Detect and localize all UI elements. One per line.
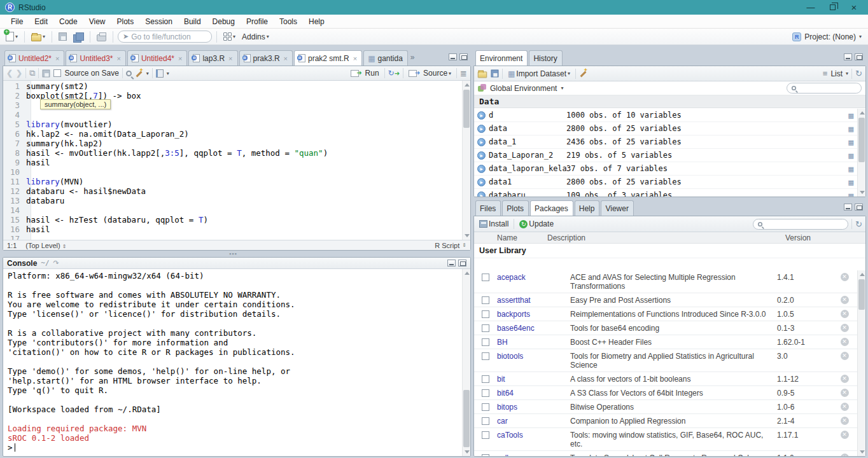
tab-close-icon[interactable]: × <box>117 55 121 62</box>
document-outline-icon[interactable]: ≣ <box>460 69 467 78</box>
save-source-icon[interactable] <box>43 69 50 77</box>
environment-scrollbar[interactable] <box>857 109 865 197</box>
save-workspace-icon[interactable] <box>491 70 499 78</box>
view-data-grid-icon[interactable]: ▦ <box>848 164 853 174</box>
view-data-grid-icon[interactable]: ▦ <box>848 191 853 197</box>
console-output[interactable]: Platform: x86_64-w64-mingw32/x64 (64-bit… <box>3 269 470 456</box>
project-selector[interactable]: R Project: (None) ▾ <box>792 32 864 41</box>
remove-package-icon[interactable]: ✕ <box>841 375 849 383</box>
remove-package-icon[interactable]: ✕ <box>841 352 849 360</box>
package-name-link[interactable]: bit64 <box>497 389 570 398</box>
column-description[interactable]: Description <box>547 233 785 242</box>
rerun-icon[interactable]: ↻ <box>388 69 400 78</box>
code-editor[interactable]: 1summary(smt2)2boxplot(smt2[,7]) -> box3… <box>3 81 470 240</box>
package-name-link[interactable]: assertthat <box>497 296 570 305</box>
console-prompt[interactable]: > <box>8 443 470 452</box>
tab-help[interactable]: Help <box>575 200 600 216</box>
column-name[interactable]: Name <box>474 233 547 242</box>
menu-view[interactable]: View <box>83 15 111 28</box>
remove-package-icon[interactable]: ✕ <box>841 324 849 332</box>
expand-object-icon[interactable]: ▶ <box>477 151 486 160</box>
console-minimize-button[interactable] <box>447 260 456 267</box>
source-on-save-checkbox[interactable] <box>53 69 61 77</box>
console-maximize-button[interactable] <box>458 260 466 267</box>
load-workspace-icon[interactable] <box>478 71 487 78</box>
global-environment-selector[interactable]: Global Environment <box>490 84 557 93</box>
back-button[interactable]: ❮ <box>6 69 13 78</box>
remove-package-icon[interactable]: ✕ <box>841 417 849 425</box>
close-button[interactable]: × <box>849 3 859 12</box>
environment-maximize-button[interactable] <box>855 53 863 60</box>
source-minimize-button[interactable] <box>449 53 457 60</box>
remove-package-icon[interactable]: ✕ <box>841 296 849 304</box>
package-name-link[interactable]: car <box>497 417 570 426</box>
package-loaded-checkbox[interactable] <box>482 296 489 304</box>
environment-row[interactable]: ▶data2800 obs. of 25 variables▦ <box>474 122 857 135</box>
save-button[interactable] <box>57 31 69 42</box>
new-file-button[interactable]: ▾ <box>4 31 20 43</box>
package-loaded-checkbox[interactable] <box>482 338 489 346</box>
show-in-new-window-icon[interactable]: ⧉ <box>29 68 35 78</box>
menu-profile[interactable]: Profile <box>241 15 274 28</box>
tab-untitled3-[interactable]: Untitled3*× <box>66 50 125 66</box>
update-button[interactable]: ↻ Update <box>517 218 556 230</box>
package-loaded-checkbox[interactable] <box>482 431 489 439</box>
package-name-link[interactable]: base64enc <box>497 324 570 333</box>
tab-close-icon[interactable]: × <box>284 55 288 62</box>
restore-button[interactable] <box>827 3 837 12</box>
package-name-link[interactable]: acepack <box>497 273 570 282</box>
tab-viewer[interactable]: Viewer <box>601 200 633 216</box>
package-loaded-checkbox[interactable] <box>482 352 489 360</box>
tab-close-icon[interactable]: × <box>55 55 59 62</box>
package-name-link[interactable]: backports <box>497 310 570 319</box>
horizontal-splitter[interactable]: ▪▪▪ <box>229 251 237 257</box>
environment-search-input[interactable] <box>787 83 862 94</box>
package-name-link[interactable]: bitops <box>497 403 570 412</box>
list-view-label[interactable]: List <box>830 69 843 78</box>
package-loaded-checkbox[interactable] <box>482 403 489 411</box>
packages-scrollbar[interactable] <box>857 270 865 456</box>
remove-package-icon[interactable]: ✕ <box>841 403 849 411</box>
package-loaded-checkbox[interactable] <box>482 274 489 281</box>
compile-report-icon[interactable] <box>156 69 164 78</box>
remove-package-icon[interactable]: ✕ <box>841 273 849 281</box>
environment-row[interactable]: ▶d1000 obs. of 10 variables▦ <box>474 109 857 122</box>
forward-button[interactable]: ❯ <box>16 69 22 78</box>
tab-environment[interactable]: Environment <box>475 50 528 66</box>
expand-object-icon[interactable]: ▶ <box>477 111 486 120</box>
packages-maximize-button[interactable] <box>855 204 863 211</box>
menu-file[interactable]: File <box>5 15 29 28</box>
console-popout-icon[interactable]: ↷ <box>53 259 59 267</box>
tab-close-icon[interactable]: × <box>228 55 232 62</box>
refresh-environment-icon[interactable]: ↻ <box>855 69 862 78</box>
package-loaded-checkbox[interactable] <box>482 417 489 425</box>
expand-object-icon[interactable]: ▶ <box>477 138 486 146</box>
workspace-panes-button[interactable]: ▾ <box>221 31 237 42</box>
tab-files[interactable]: Files <box>475 200 501 216</box>
remove-package-icon[interactable]: ✕ <box>841 338 849 346</box>
tab-history[interactable]: History <box>529 50 562 66</box>
package-loaded-checkbox[interactable] <box>482 454 489 456</box>
view-data-grid-icon[interactable]: ▦ <box>848 124 853 134</box>
environment-minimize-button[interactable] <box>844 53 852 60</box>
tab-plots[interactable]: Plots <box>502 200 529 216</box>
tab-prak2-smt-r[interactable]: prak2 smt.R× <box>294 50 362 66</box>
code-tools-dropdown[interactable]: ▾ <box>146 71 149 76</box>
package-name-link[interactable]: biotools <box>497 352 570 361</box>
tab-overflow-icon[interactable]: » <box>410 53 414 62</box>
package-loaded-checkbox[interactable] <box>482 310 489 318</box>
console-scrollbar[interactable] <box>462 269 470 456</box>
menu-build[interactable]: Build <box>178 15 207 28</box>
menu-plots[interactable]: Plots <box>111 15 140 28</box>
remove-package-icon[interactable]: ✕ <box>841 454 849 456</box>
tab-prak3-r[interactable]: prak3.R× <box>239 50 293 66</box>
environment-row[interactable]: ▶data_laporan_kela…37 obs. of 7 variable… <box>474 162 857 176</box>
source-maximize-button[interactable] <box>459 53 468 60</box>
source-button[interactable]: Source▾ <box>407 67 453 79</box>
tab-lap3-r[interactable]: lap3.R× <box>188 50 237 66</box>
package-loaded-checkbox[interactable] <box>482 375 489 383</box>
environment-row[interactable]: ▶databaru109 obs. of 3 variables▦ <box>474 189 857 197</box>
code-tools-icon[interactable] <box>135 69 143 78</box>
tab-close-icon[interactable]: × <box>178 55 182 62</box>
package-name-link[interactable]: caTools <box>497 431 570 440</box>
